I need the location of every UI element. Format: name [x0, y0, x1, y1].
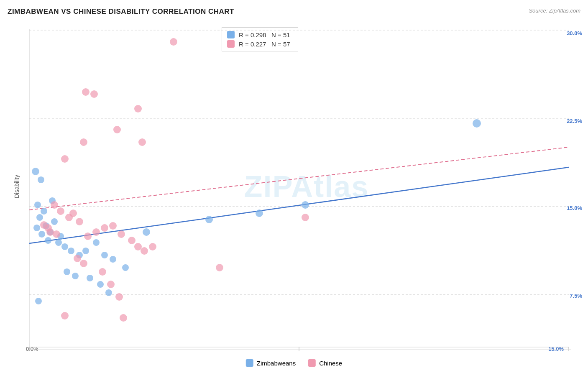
chart-container: ZIMBABWEAN VS CHINESE DISABILITY CORRELA…	[0, 0, 588, 373]
svg-point-78	[138, 138, 146, 146]
svg-point-20	[55, 239, 62, 246]
bottom-legend-label-zimbabwean: Zimbabweans	[257, 360, 296, 367]
svg-point-60	[84, 232, 92, 240]
svg-point-35	[87, 275, 93, 281]
svg-point-21	[61, 243, 68, 250]
bottom-legend-color-chinese	[308, 359, 316, 367]
svg-point-40	[205, 216, 213, 223]
svg-point-69	[74, 255, 81, 262]
svg-line-9	[29, 167, 569, 243]
svg-point-61	[92, 228, 100, 236]
svg-point-38	[105, 289, 112, 296]
svg-point-59	[53, 230, 60, 238]
svg-point-50	[61, 155, 69, 163]
svg-point-65	[128, 237, 135, 244]
svg-point-22	[32, 168, 39, 175]
svg-point-48	[113, 126, 121, 133]
svg-point-64	[118, 230, 125, 238]
svg-point-62	[101, 224, 108, 232]
svg-point-29	[93, 239, 100, 246]
svg-point-11	[34, 202, 41, 208]
svg-point-19	[45, 237, 51, 244]
svg-point-13	[36, 214, 43, 221]
bottom-legend-chinese: Chinese	[308, 359, 342, 367]
svg-point-70	[80, 260, 87, 267]
svg-point-51	[51, 201, 58, 209]
svg-point-42	[302, 201, 309, 209]
svg-point-17	[33, 225, 40, 231]
svg-point-71	[99, 268, 106, 276]
chart-svg	[0, 0, 588, 373]
svg-point-45	[82, 88, 89, 96]
svg-point-74	[61, 312, 69, 319]
svg-point-63	[109, 222, 117, 230]
svg-point-75	[120, 314, 127, 322]
svg-point-68	[149, 243, 156, 250]
svg-point-31	[110, 256, 116, 263]
svg-point-12	[41, 208, 47, 215]
svg-point-44	[170, 38, 177, 46]
svg-point-26	[68, 248, 74, 254]
svg-point-23	[38, 176, 44, 183]
svg-point-66	[134, 243, 142, 250]
svg-point-67	[141, 247, 148, 255]
bottom-legend: Zimbabweans Chinese	[246, 359, 342, 367]
svg-point-36	[97, 281, 104, 288]
svg-point-33	[64, 268, 70, 275]
svg-point-43	[473, 119, 481, 128]
svg-point-28	[82, 248, 89, 254]
svg-point-55	[76, 218, 83, 225]
svg-point-76	[216, 264, 223, 271]
svg-point-34	[72, 273, 79, 279]
svg-point-77	[302, 214, 309, 221]
svg-point-52	[57, 207, 64, 215]
bottom-legend-zimbabwean: Zimbabweans	[246, 359, 296, 367]
svg-point-72	[107, 281, 115, 288]
svg-point-73	[115, 293, 123, 301]
bottom-legend-color-zimbabwean	[246, 359, 253, 367]
svg-point-46	[90, 90, 98, 98]
svg-point-30	[101, 252, 108, 258]
svg-point-37	[35, 298, 42, 304]
svg-point-49	[80, 138, 87, 146]
svg-point-41	[256, 209, 263, 217]
bottom-legend-label-chinese: Chinese	[319, 360, 342, 367]
svg-point-18	[51, 218, 58, 225]
svg-point-39	[143, 228, 150, 236]
svg-point-47	[134, 105, 142, 112]
svg-point-16	[38, 231, 45, 238]
svg-point-54	[69, 209, 77, 217]
svg-point-32	[122, 264, 129, 271]
